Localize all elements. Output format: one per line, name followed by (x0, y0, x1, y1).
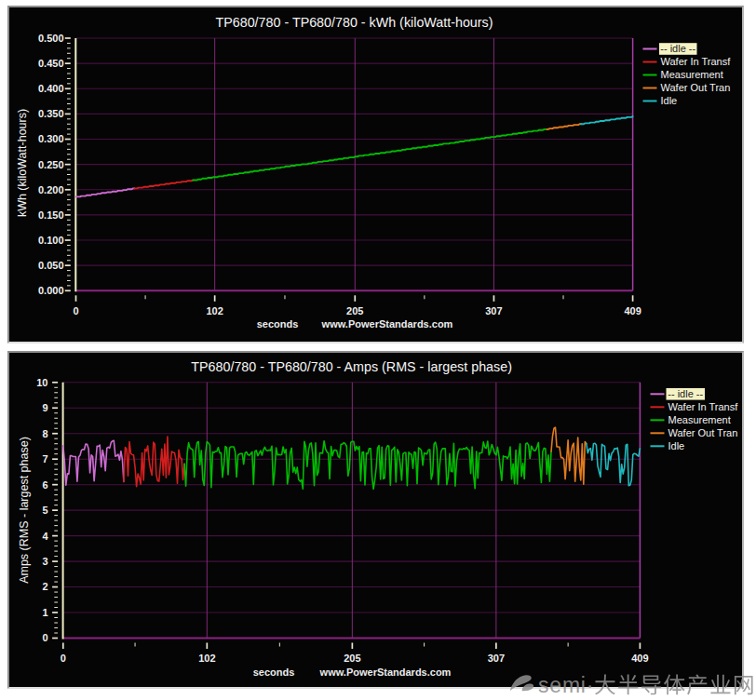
kwh-site-label: www.PowerStandards.com (321, 318, 453, 330)
watermark-cjk-glyph (618, 674, 638, 694)
legend-label: -- idle -- (660, 43, 695, 54)
x-tick-label: 205 (344, 653, 360, 664)
amps-x-axis-title: seconds (253, 666, 295, 678)
y-tick-label: 6 (42, 479, 47, 491)
y-tick-label: 0.150 (38, 209, 64, 221)
x-tick-label: 102 (206, 305, 223, 316)
legend-label: Wafer In Transf (661, 56, 732, 67)
kwh-chart: TP680/780 - TP680/780 - kWh (kiloWatt-ho… (16, 15, 732, 330)
y-tick-label: 0 (42, 632, 47, 643)
kwh-legend: -- idle --Wafer In TransfMeasurementWafe… (643, 43, 732, 106)
y-tick-label: 0.000 (38, 285, 64, 296)
series-segment (581, 116, 633, 124)
legend-label: Measurement (668, 414, 731, 425)
kwh-chart-title: TP680/780 - TP680/780 - kWh (kiloWatt-ho… (216, 15, 493, 30)
y-tick-label: 2 (42, 581, 47, 592)
amps-chart: TP680/780 - TP680/780 - Amps (RMS - larg… (18, 359, 739, 678)
y-tick-label: 8 (42, 428, 47, 439)
legend-label: Measurement (661, 69, 723, 80)
y-tick-label: 0.400 (38, 83, 64, 94)
y-tick-label: 0.300 (38, 133, 64, 144)
amps-site-label: www.PowerStandards.com (319, 666, 452, 678)
amps-chart-title: TP680/780 - TP680/780 - Amps (RMS - larg… (191, 359, 512, 374)
x-tick-label: 307 (485, 305, 502, 316)
watermark-logo-icon (510, 675, 533, 691)
watermark-cjk-glyph (595, 675, 615, 695)
watermark-cjk-glyph (641, 675, 661, 694)
series-segment (63, 440, 124, 485)
legend-label: Idle (661, 95, 678, 106)
watermark-text-latin: semi· (538, 673, 594, 697)
x-tick-label: 409 (624, 305, 641, 316)
y-tick-label: 0.100 (38, 235, 64, 246)
kwh-y-axis-title: kWh (kiloWatt-hours) (16, 109, 29, 217)
x-tick-label: 409 (631, 653, 648, 664)
amps-plot-area: 0123456789100102205307409 (36, 377, 648, 664)
watermark-cjk-glyph (664, 675, 684, 695)
watermark-cjk-glyph (687, 674, 707, 694)
x-tick-label: 102 (198, 653, 215, 664)
y-tick-label: 9 (42, 402, 47, 413)
watermark: semi· (510, 673, 753, 697)
watermark-cjk-glyph (735, 676, 753, 694)
series-segment (134, 181, 193, 189)
charts-canvas: TP680/780 - TP680/780 - kWh (kiloWatt-ho… (0, 0, 756, 700)
x-tick-label: 0 (73, 305, 78, 316)
y-tick-label: 0.350 (38, 108, 64, 119)
screenshot-stage: TP680/780 - TP680/780 - kWh (kiloWatt-ho… (0, 0, 756, 700)
y-tick-label: 0.250 (38, 159, 64, 170)
watermark-cjk-glyph (710, 675, 730, 693)
legend-label: Wafer Out Tran (661, 82, 731, 93)
y-tick-label: 3 (42, 556, 47, 567)
series-segment (124, 437, 184, 487)
kwh-plot-area: 0.0000.0500.1000.1500.2000.2500.3000.350… (38, 33, 641, 316)
series-segment (587, 443, 641, 486)
x-tick-label: 205 (346, 305, 363, 316)
amps-y-axis-title: Amps (RMS - largest phase) (18, 437, 31, 584)
y-tick-label: 0.200 (38, 184, 64, 195)
series-segment (547, 124, 582, 129)
legend-label: Wafer Out Tran (668, 427, 738, 438)
logo-leaf-shape (522, 684, 534, 692)
y-tick-label: 4 (42, 531, 48, 542)
legend-label: Wafer In Transf (668, 401, 739, 412)
y-tick-label: 1 (42, 607, 47, 618)
x-tick-label: 307 (488, 653, 505, 664)
y-tick-label: 5 (42, 505, 47, 516)
x-tick-label: 0 (61, 653, 66, 664)
legend-label: Idle (668, 440, 685, 451)
y-tick-label: 0.500 (38, 33, 64, 44)
kwh-x-axis-title: seconds (257, 318, 299, 330)
amps-legend: -- idle --Wafer In TransfMeasurementWafe… (651, 388, 739, 451)
y-tick-label: 0.450 (38, 58, 64, 69)
legend-label: -- idle -- (668, 388, 703, 399)
y-tick-label: 7 (42, 453, 47, 464)
series-segment (551, 427, 587, 484)
watermark-text-cjk (595, 674, 753, 694)
y-tick-label: 10 (36, 377, 47, 388)
y-tick-label: 0.050 (38, 260, 64, 271)
